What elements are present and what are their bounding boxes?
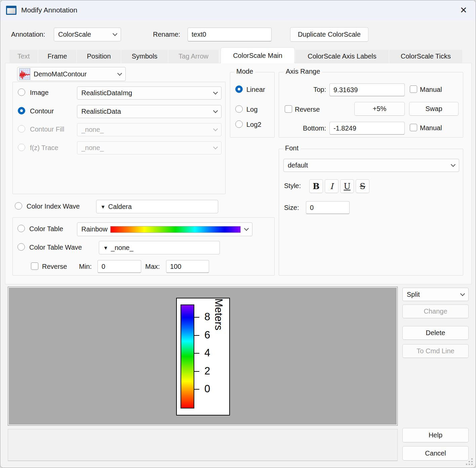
titlebar: Modify Annotation ✕ xyxy=(0,0,476,20)
window-icon xyxy=(6,6,16,15)
tick-mark xyxy=(194,353,199,354)
image-wave-dropdown[interactable]: RealisticDataImg xyxy=(77,86,222,100)
style-label: Style: xyxy=(284,182,301,190)
strikethrough-button[interactable]: S xyxy=(356,179,369,193)
color-table-dropdown[interactable]: Rainbow xyxy=(77,222,252,236)
color-table-radio[interactable] xyxy=(17,225,25,232)
colorscale-bar xyxy=(181,304,194,408)
manual-bottom-label: Manual xyxy=(420,124,442,132)
duplicate-colorscale-button[interactable]: Duplicate ColorScale xyxy=(290,27,368,42)
annotation-dropdown[interactable]: ColorScale xyxy=(54,28,121,41)
font-legend: Font xyxy=(283,144,301,152)
size-input[interactable] xyxy=(306,201,350,214)
contour-fill-dropdown: _none_ xyxy=(77,123,222,136)
tab-tag-arrow: Tag Arrow xyxy=(168,50,219,63)
annotation-label: Annotation: xyxy=(11,31,45,38)
fz-trace-radio xyxy=(18,144,25,151)
chevron-down-icon xyxy=(460,291,465,296)
color-index-wave-value: Caldera xyxy=(108,203,132,211)
mode-linear-radio[interactable] xyxy=(235,85,243,93)
top-input[interactable] xyxy=(329,83,405,96)
manual-bottom-checkbox[interactable] xyxy=(410,124,417,131)
delete-button[interactable]: Delete xyxy=(402,326,469,340)
color-table-wave-dropdown[interactable]: ▼ _none_ xyxy=(99,241,220,254)
rename-label: Rename: xyxy=(153,31,180,38)
italic-button[interactable]: I xyxy=(325,179,339,193)
font-family-value: default xyxy=(288,161,451,169)
resize-grip[interactable] xyxy=(465,458,473,465)
tab-colorscale-axis-labels[interactable]: ColorScale Axis Labels xyxy=(295,50,389,63)
contour-wave-value: RealisticData xyxy=(81,108,214,115)
split-dropdown[interactable]: Split xyxy=(402,288,469,301)
fz-trace-value: _none_ xyxy=(81,144,214,152)
rainbow-gradient-swatch xyxy=(110,226,241,233)
close-button[interactable]: ✕ xyxy=(454,2,473,18)
color-reverse-checkbox[interactable] xyxy=(31,262,38,270)
tab-colorscale-main[interactable]: ColorScale Main xyxy=(221,47,295,63)
min-label: Min: xyxy=(79,263,92,271)
tab-position[interactable]: Position xyxy=(77,50,121,63)
mode-log-label: Log xyxy=(246,106,257,113)
top-label: Top: xyxy=(299,86,326,94)
help-button[interactable]: Help xyxy=(402,428,469,442)
font-family-dropdown[interactable]: default xyxy=(283,159,459,172)
chevron-down-icon xyxy=(213,127,218,131)
wave-thumbnail-icon xyxy=(19,68,30,80)
axis-reverse-checkbox[interactable] xyxy=(285,105,292,113)
color-table-value: Rainbow xyxy=(81,225,108,233)
chevron-down-icon xyxy=(117,71,122,75)
bold-button[interactable]: B xyxy=(309,179,323,193)
chevron-down-icon xyxy=(244,226,249,231)
tab-text: Text xyxy=(9,50,38,63)
change-button: Change xyxy=(402,304,469,318)
contour-fill-radio-label: Contour Fill xyxy=(30,125,64,133)
plus5-button[interactable]: +5% xyxy=(354,102,405,116)
modify-annotation-dialog: Modify Annotation ✕ Annotation: ColorSca… xyxy=(0,0,476,468)
colorscale-preview-frame: 8 6 4 2 0 Meters xyxy=(176,298,230,416)
color-table-wave-radio[interactable] xyxy=(17,243,25,251)
underline-button[interactable]: U xyxy=(340,179,354,193)
bottom-label: Bottom: xyxy=(292,124,326,132)
tick-mark xyxy=(194,371,199,372)
font-group: Font default Style: B I U S Size: xyxy=(279,149,463,276)
color-table-label: Color Table xyxy=(29,225,63,233)
swap-button[interactable]: Swap xyxy=(409,102,459,116)
image-radio[interactable] xyxy=(18,88,25,96)
tick-mark xyxy=(194,335,199,336)
min-input[interactable] xyxy=(97,260,141,273)
chevron-down-icon xyxy=(213,108,218,113)
manual-top-checkbox[interactable] xyxy=(410,85,417,93)
tick-mark xyxy=(194,389,199,390)
color-index-wave-label: Color Index Wave xyxy=(27,203,80,210)
tab-frame[interactable]: Frame xyxy=(38,50,76,63)
chevron-down-icon xyxy=(113,31,117,36)
cancel-button[interactable]: Cancel xyxy=(402,446,469,461)
command-preview-panel xyxy=(8,429,398,461)
contour-fill-radio xyxy=(18,125,25,133)
contour-fill-value: _none_ xyxy=(81,126,214,134)
to-cmd-line-button: To Cmd Line xyxy=(402,344,469,358)
manual-top-label: Manual xyxy=(420,86,442,94)
mode-linear-label: Linear xyxy=(246,86,265,94)
tab-colorscale-ticks[interactable]: ColorScale Ticks xyxy=(389,50,462,63)
max-input[interactable] xyxy=(166,260,209,273)
color-table-wave-value: _none_ xyxy=(111,244,133,252)
tab-symbols[interactable]: Symbols xyxy=(121,50,168,63)
mode-log-radio[interactable] xyxy=(235,105,243,113)
chevron-down-icon xyxy=(213,145,218,149)
contour-radio[interactable] xyxy=(18,107,25,114)
rename-input[interactable] xyxy=(188,28,272,41)
menu-triangle-icon: ▼ xyxy=(103,245,108,250)
mode-log2-radio[interactable] xyxy=(235,120,243,128)
contour-wave-dropdown[interactable]: RealisticData xyxy=(77,105,222,118)
axis-range-legend: Axis Range xyxy=(284,68,322,75)
bottom-input[interactable] xyxy=(329,122,405,135)
chevron-down-icon xyxy=(213,90,218,95)
annotation-dropdown-value: ColorScale xyxy=(58,31,113,38)
chevron-down-icon xyxy=(451,162,455,167)
mode-legend: Mode xyxy=(234,68,255,75)
color-index-wave-radio[interactable] xyxy=(15,202,22,210)
color-index-wave-dropdown[interactable]: ▼ Caldera xyxy=(96,200,218,213)
contour-radio-label: Contour xyxy=(30,107,54,115)
wave-selector-dropdown[interactable]: DemoMatContour xyxy=(17,67,126,81)
